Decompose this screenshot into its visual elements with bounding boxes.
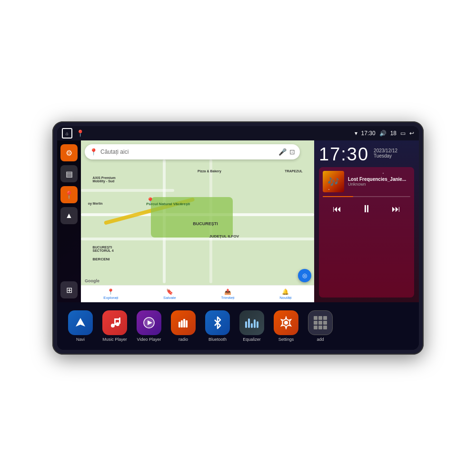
explore-icon: 📍 (107, 288, 114, 295)
video-player-label: Video Player (137, 337, 161, 342)
map-share-button[interactable]: 📤 Trimiteți (221, 288, 234, 300)
map-search-text: Căutați aici (100, 149, 276, 155)
app-video-player[interactable]: Video Player (135, 310, 163, 342)
clock-area: 17:30 2023/12/12 Tuesday (319, 145, 414, 163)
music-player-icon (102, 310, 127, 335)
clock-date-area: 2023/12/12 Tuesday (374, 145, 397, 159)
music-album-art: 🎶 (323, 171, 344, 192)
video-player-icon (137, 310, 161, 335)
clock-music-panel: 17:30 2023/12/12 Tuesday 🎶 (314, 140, 419, 302)
mic-icon[interactable]: 🎤 (278, 148, 287, 156)
sidebar-navigation-button[interactable]: ▲ (60, 207, 78, 224)
map-explore-button[interactable]: 📍 Explorați (103, 288, 118, 300)
back-button[interactable]: ↩ (409, 130, 414, 137)
screen: ⌂ 📍 ▾ 17:30 🔊 18 ▭ ↩ (57, 126, 419, 350)
svg-rect-9 (181, 320, 183, 327)
equalizer-icon (239, 310, 264, 335)
sidebar-settings-button[interactable]: ⚙ (60, 144, 78, 161)
location-status-icon: 📍 (76, 129, 84, 137)
saved-icon: 🔖 (166, 288, 173, 295)
bluetooth-label: Bluetooth (208, 337, 227, 342)
map-label-axis: AXIS PremiumMobility - Sud (93, 176, 116, 183)
svg-point-2 (116, 322, 119, 326)
share-icon: 📤 (224, 288, 231, 295)
app-equalizer[interactable]: Equalizer (238, 310, 266, 342)
main-content: ⚙ ▤ 📍 ▲ ⊞ (57, 140, 419, 302)
svg-rect-5 (114, 318, 120, 320)
settings-label: Settings (278, 337, 294, 342)
layers-icon[interactable]: ⊡ (289, 148, 295, 156)
map-label-merlin: oy Merlin (88, 202, 103, 205)
music-pause-button[interactable]: ⏸ (359, 201, 374, 217)
music-info: Lost Frequencies_Janie... Unknown (348, 171, 410, 192)
sidebar-menu-button[interactable]: ▤ (60, 165, 78, 182)
center-content: AXIS PremiumMobility - Sud Pizza & Baker… (81, 140, 419, 302)
navi-label: Navi (76, 337, 85, 342)
sidebar-location-button[interactable]: 📍 (60, 186, 78, 203)
map-label-trap: TRAPEZUL (285, 169, 302, 173)
google-maps-icon: 📍 (89, 148, 98, 156)
svg-rect-10 (183, 319, 185, 327)
music-next-button[interactable]: ⏭ (390, 202, 402, 216)
svg-rect-4 (119, 317, 120, 324)
battery-icon: ▭ (400, 130, 406, 137)
music-player: 🎶 Lost Frequencies_Janie... Unknown (319, 167, 414, 298)
clock-date: 2023/12/12 (374, 148, 397, 153)
left-sidebar: ⚙ ▤ 📍 ▲ ⊞ (57, 140, 81, 302)
app-settings[interactable]: Settings (272, 310, 300, 342)
app-add[interactable]: add (307, 310, 334, 342)
bluetooth-icon-bg (205, 310, 230, 335)
music-title: Lost Frequencies_Janie... (348, 177, 410, 182)
music-artist: Unknown (348, 182, 410, 187)
explore-label: Explorați (103, 296, 118, 300)
bottom-apps-bar: Navi Music Player (57, 302, 419, 350)
add-label: add (317, 337, 324, 342)
map-label-berceni: BERCENI (93, 257, 110, 261)
signal-icon: ▾ (355, 130, 357, 137)
settings-icon-bg (274, 310, 298, 335)
radio-label: radio (178, 337, 188, 342)
map-panel[interactable]: AXIS PremiumMobility - Sud Pizza & Baker… (81, 140, 314, 302)
map-saved-button[interactable]: 🔖 Salvate (163, 288, 176, 300)
music-prev-button[interactable]: ⏮ (331, 202, 343, 216)
svg-rect-11 (186, 320, 188, 327)
svg-point-1 (111, 324, 115, 327)
svg-marker-0 (76, 318, 85, 327)
map-location-fab[interactable]: ◎ (298, 269, 311, 282)
app-navi[interactable]: Navi (67, 310, 94, 342)
app-radio[interactable]: radio (169, 310, 197, 342)
app-bluetooth[interactable]: Bluetooth (204, 310, 231, 342)
map-search-bar[interactable]: 📍 Căutați aici 🎤 ⊡ (85, 144, 300, 159)
status-left: ⌂ 📍 (62, 128, 84, 139)
home-button[interactable]: ⌂ (62, 128, 72, 139)
svg-point-12 (284, 321, 288, 325)
saved-label: Salvate (163, 296, 176, 300)
svg-rect-8 (178, 322, 180, 327)
map-label-sector: BUCUREȘTISECTORUL 4 (93, 246, 114, 252)
news-label: Noutăți (279, 296, 291, 300)
map-label-ilfov: JUDEȚUL ILFOV (209, 234, 239, 238)
map-news-button[interactable]: 🔔 Noutăți (279, 288, 291, 300)
status-right: ▾ 17:30 🔊 18 ▭ ↩ (355, 130, 414, 137)
volume-icon: 🔊 (379, 130, 387, 137)
clock-status: 17:30 (361, 130, 376, 137)
radio-icon (171, 310, 196, 335)
status-bar: ⌂ 📍 ▾ 17:30 🔊 18 ▭ ↩ (57, 126, 419, 140)
music-controls: ⏮ ⏸ ⏭ (323, 201, 410, 217)
music-progress-fill (323, 196, 353, 197)
equalizer-label: Equalizer (243, 337, 261, 342)
music-progress-bar[interactable] (323, 196, 410, 197)
car-head-unit: ⌂ 📍 ▾ 17:30 🔊 18 ▭ ↩ (52, 121, 424, 355)
app-music-player[interactable]: Music Player (101, 310, 129, 342)
share-label: Trimiteți (221, 296, 234, 300)
top-area: AXIS PremiumMobility - Sud Pizza & Baker… (81, 140, 419, 302)
google-logo: Google (85, 278, 99, 283)
news-icon: 🔔 (282, 288, 289, 295)
map-bottom-bar: 📍 Explorați 🔖 Salvate 📤 Trimiteți (81, 285, 314, 302)
music-top: 🎶 Lost Frequencies_Janie... Unknown (323, 171, 410, 192)
clock-day: Tuesday (374, 153, 397, 159)
clock-display: 17:30 (319, 145, 369, 163)
add-icon-bg (308, 310, 333, 335)
map-label-buc: BUCUREȘTI (193, 221, 218, 226)
sidebar-apps-button[interactable]: ⊞ (60, 281, 78, 298)
